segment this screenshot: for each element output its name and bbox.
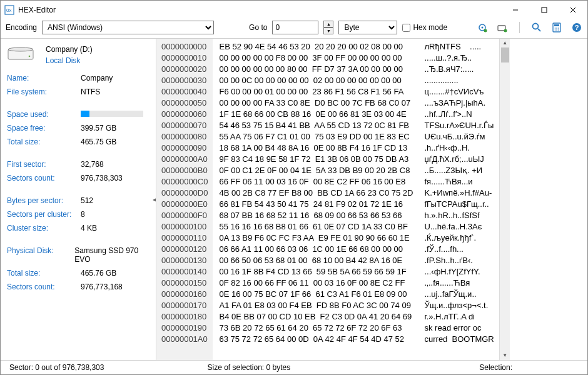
hexmode-checkbox[interactable] (402, 24, 410, 32)
goto-spinner[interactable]: ▲ ▼ (323, 21, 333, 34)
hex-ascii-row[interactable]: .h..ґH‹‹ф..Н. (425, 142, 494, 154)
svg-point-25 (29, 55, 31, 57)
property-row: Total size:465.76 GB (7, 269, 150, 278)
maximize-button[interactable] (530, 1, 559, 19)
goto-label: Go to (249, 23, 267, 32)
hex-bytes-row[interactable]: B4 0E BB 07 00 CD 10 EB F2 C3 0D 0A 41 2… (219, 311, 413, 322)
vertical-scrollbar[interactable]: ▲ ▼ (499, 39, 510, 360)
property-row: Space free:399.57 GB (7, 124, 150, 132)
hex-ascii-row[interactable]: ...‹фН.fY[ZfYfY. (425, 266, 494, 278)
hex-ascii-row[interactable]: ....ъЗАЋРј.|ыhА. (425, 98, 494, 109)
hex-ascii-row[interactable]: ..hf..Лѓ..f′>..N (425, 109, 494, 120)
disk-type-link[interactable]: Local Disk (46, 56, 93, 65)
hex-bytes-row[interactable]: 66 FF 06 11 00 03 16 0F 00 8E C2 FF 06 1… (219, 176, 413, 188)
property-row: Name:Company (7, 74, 150, 82)
svg-rect-3 (542, 8, 547, 12)
help-icon[interactable]: ? (571, 22, 582, 33)
hex-bytes-row[interactable]: 66 81 FB 54 43 50 41 75 24 81 F9 02 01 7… (219, 199, 413, 210)
hex-ascii-row[interactable]: sk read error oc (425, 322, 494, 334)
hex-bytes-row[interactable]: 00 16 1F 8B F4 CD 13 66 59 5B 5A 66 59 6… (219, 266, 413, 278)
unit-select[interactable]: Byte (338, 21, 397, 34)
hex-bytes-row[interactable]: EB 52 90 4E 54 46 53 20 20 20 20 00 02 0… (219, 41, 413, 52)
sidebar: Company (D:) Local Disk Name:CompanyFile… (1, 39, 156, 360)
hex-offset: 00000000D0 (161, 188, 208, 199)
spin-up-button[interactable]: ▲ (323, 21, 333, 28)
spin-down-button[interactable]: ▼ (323, 28, 333, 34)
hex-bytes-row[interactable]: 4B 00 2B C8 77 EF B8 00 BB CD 1A 66 23 C… (219, 188, 413, 199)
hex-bytes-row[interactable]: 54 46 53 75 15 B4 41 BB AA 55 CD 13 72 0… (219, 120, 413, 131)
hex-bytes-row[interactable]: 73 6B 20 72 65 61 64 20 65 72 72 6F 72 2… (219, 322, 413, 334)
hex-ascii-row[interactable]: ц.......#†сVИсVъ (425, 86, 494, 98)
hex-pane[interactable]: 0000000000000000001000000000200000000030… (156, 39, 587, 360)
svg-point-15 (555, 28, 556, 29)
hex-bytes-row[interactable]: 00 66 50 06 53 68 01 00 68 10 00 B4 42 8… (219, 255, 413, 266)
hex-ascii-row[interactable]: K.+Иwпё.»Н.f#Аu- (425, 188, 494, 199)
hex-ascii-row[interactable]: fГыTCPAu$Гщ..r.. (425, 199, 494, 210)
close-button[interactable] (559, 1, 587, 19)
calculator-icon[interactable] (551, 22, 562, 33)
hex-bytes-row[interactable]: 68 07 BB 16 68 52 11 16 68 09 00 66 53 6… (219, 210, 413, 221)
encoding-select[interactable]: ANSI (Windows) (42, 21, 214, 34)
hex-bytes-row[interactable]: 63 75 72 72 65 64 00 0D 0A 42 4F 4F 54 4… (219, 334, 413, 345)
hex-bytes-row[interactable]: F6 00 00 00 01 00 00 00 23 86 F1 56 C8 F… (219, 86, 413, 98)
hex-bytes-row[interactable]: 0F 82 16 00 66 FF 06 11 00 03 16 0F 00 8… (219, 278, 413, 289)
property-key: Space used: (7, 110, 81, 119)
hex-ascii-row[interactable]: fя......ЋВя...и (425, 176, 494, 188)
hex-bytes-row[interactable]: 55 AA 75 06 F7 C1 01 00 75 03 E9 DD 00 1… (219, 131, 413, 142)
hex-ascii-row[interactable]: ............... (425, 75, 494, 86)
property-key: First sector: (7, 160, 81, 169)
hex-bytes-row[interactable]: 1F 1E 68 66 00 CB 88 16 0E 00 66 81 3E 0… (219, 109, 413, 120)
hex-bytes-row[interactable]: 55 16 16 16 68 B8 01 66 61 0E 07 CD 1A 3… (219, 221, 413, 232)
hex-ascii-row[interactable]: curred BOOTMGR (425, 334, 494, 345)
hex-ascii-row[interactable]: ...uј..faГЎщ.и.. (425, 289, 494, 300)
hex-bytes-column[interactable]: EB 52 90 4E 54 46 53 20 20 20 20 00 02 0… (213, 39, 419, 360)
hex-bytes-row[interactable]: 0F 00 C1 2E 0F 00 04 1E 5A 33 DB B9 00 2… (219, 165, 413, 176)
hex-ascii-row[interactable]: г.».Н.лТГ..A di (425, 311, 494, 322)
disk-green-icon[interactable] (497, 22, 508, 33)
goto-input[interactable] (272, 21, 318, 34)
hex-ascii-row[interactable]: .Ќ.љуейк.ђђf`. (425, 232, 494, 244)
search-icon[interactable] (531, 22, 542, 33)
hex-ascii-row[interactable]: .fP.Sh..h..ґB‹. (425, 255, 494, 266)
hex-offset: 0000000050 (161, 98, 208, 109)
hex-ascii-row[interactable]: ..Ђ.В.яЧ7:..... (425, 64, 494, 75)
hex-bytes-row[interactable]: 18 68 1A 00 B4 48 8A 16 0E 00 8B F4 16 1… (219, 142, 413, 154)
scroll-down-button[interactable]: ▼ (500, 351, 510, 360)
scroll-up-button[interactable]: ▲ (500, 39, 510, 48)
hex-offset: 0000000020 (161, 64, 208, 75)
hex-bytes-row[interactable]: 00 00 00 00 00 00 80 00 FF D7 37 3A 00 0… (219, 64, 413, 75)
hex-offset: 0000000080 (161, 131, 208, 142)
hex-ascii-row[interactable]: ..Б.....Z3Ық. +И (425, 165, 494, 176)
hex-bytes-row[interactable]: A1 FA 01 E8 03 00 F4 EB FD 8B F0 AC 3C 0… (219, 300, 413, 311)
hex-ascii-row[interactable]: лRђNTFS ..... (425, 41, 494, 52)
scroll-thumb[interactable] (501, 48, 509, 62)
hexmode-label: Hex mode (413, 23, 447, 32)
sidebar-collapse-handle[interactable]: ◀ (153, 187, 156, 212)
hex-ascii-row[interactable]: UЄu.чБ..u.йЭ.ѓм (425, 131, 494, 142)
hex-ascii-row[interactable]: TFSu.rА»ЄUН.r.Ѓы (425, 120, 494, 131)
hex-bytes-row[interactable]: 0A 13 B9 F6 0C FC F3 AA E9 FE 01 90 90 6… (219, 232, 413, 244)
hex-bytes-row[interactable]: 06 66 A1 11 00 66 03 06 1C 00 1E 66 68 0… (219, 244, 413, 255)
hex-ascii-column[interactable]: лRђNTFS ..........ш..?.я.Ђ....Ђ.В.яЧ7:..… (420, 39, 499, 360)
hex-bytes-row[interactable]: 00 00 00 00 00 F8 00 00 3F 00 FF 00 00 0… (219, 52, 413, 64)
property-key: Total size: (7, 269, 81, 278)
hex-ascii-row[interactable]: h.».hR..h..fSfSf (425, 210, 494, 221)
hex-bytes-row[interactable]: 9F 83 C4 18 9E 58 1F 72 E1 3B 06 0B 00 7… (219, 154, 413, 165)
svg-point-11 (533, 24, 539, 29)
hex-ascii-row[interactable]: .‚..fя......ЋВя (425, 278, 494, 289)
hex-bytes-row[interactable]: 00 00 0C 00 00 00 00 00 02 00 00 00 00 0… (219, 75, 413, 86)
svg-point-17 (558, 28, 559, 29)
hex-ascii-row[interactable]: U...hё.fa..Н.3Ає (425, 221, 494, 232)
settings-gear-icon[interactable] (477, 22, 488, 33)
hex-ascii-row[interactable]: Ўщ.и..флз<р¬<.t. (425, 300, 494, 311)
hex-bytes-row[interactable]: 0E 16 00 75 BC 07 1F 66 61 C3 A1 F6 01 E… (219, 289, 413, 300)
svg-point-24 (8, 48, 33, 51)
minimize-button[interactable] (501, 1, 530, 19)
property-row: Sectors count:976,738,303 (7, 174, 150, 182)
hex-ascii-row[interactable]: .....ш..?.я.Ђ.. (425, 52, 494, 64)
hex-offset: 0000000000 (161, 41, 208, 52)
hex-bytes-row[interactable]: 00 00 00 00 FA 33 C0 8E D0 BC 00 7C FB 6… (219, 98, 413, 109)
disk-name: Company (D:) (46, 45, 93, 54)
hex-ascii-row[interactable]: .fЎ..f....fh... (425, 244, 494, 255)
hex-ascii-row[interactable]: џѓД.ћX.rб;...uЫЈ (425, 154, 494, 165)
